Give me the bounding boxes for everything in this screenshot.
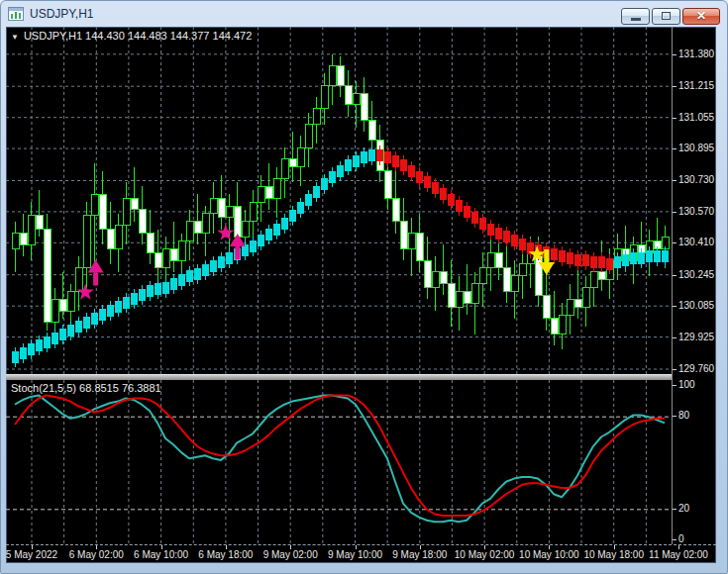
price-axis-tick <box>673 180 676 181</box>
stoch-axis-tick <box>673 416 676 417</box>
chart-dropdown-icon[interactable]: ▼ <box>11 33 19 42</box>
time-axis-tick <box>32 545 33 549</box>
chart-window-icon <box>8 7 24 21</box>
time-axis-tick <box>678 545 679 549</box>
price-axis-tick <box>673 275 676 276</box>
chart-client-area: ▼USDJPY,H1 144.430 144.483 144.377 144.4… <box>6 27 716 563</box>
main-chart-pane[interactable] <box>6 27 672 374</box>
stoch-axis-label: 100 <box>678 379 695 390</box>
title-bar[interactable]: USDJPY,H1 ✕ <box>1 1 727 27</box>
time-axis-tick <box>549 545 550 549</box>
time-axis-tick <box>356 545 357 549</box>
price-axis-tick <box>673 86 676 87</box>
price-axis-tick <box>673 212 676 213</box>
price-axis-label: 129.760 <box>678 363 714 374</box>
restore-icon <box>662 12 671 20</box>
chart-window: USDJPY,H1 ✕ ▼USDJPY,H1 144.430 144.483 1… <box>0 0 728 574</box>
price-axis-tick <box>673 148 676 149</box>
time-axis-tick <box>484 545 485 549</box>
price-axis[interactable]: 131.380131.215131.055130.895130.730130.5… <box>672 27 716 544</box>
stochastic-svg <box>6 380 672 544</box>
time-axis-tick <box>161 545 162 549</box>
price-axis-label: 130.570 <box>678 206 714 217</box>
price-axis-tick <box>673 118 676 119</box>
price-axis-label: 131.380 <box>678 48 714 59</box>
minimize-button[interactable] <box>621 8 650 25</box>
price-axis-label: 130.245 <box>678 269 714 280</box>
time-axis-tick <box>226 545 227 549</box>
minimize-icon <box>631 18 641 21</box>
stoch-axis-tick <box>673 385 676 386</box>
price-axis-label: 129.925 <box>678 332 714 342</box>
chart-ohlc-text: USDJPY,H1 144.430 144.483 144.377 144.47… <box>24 30 252 42</box>
stoch-axis-label: 0 <box>678 533 684 544</box>
price-axis-label: 131.055 <box>678 112 714 123</box>
price-axis-tick <box>673 337 676 338</box>
time-axis-tick <box>420 545 421 549</box>
window-title: USDJPY,H1 <box>30 7 93 21</box>
stochastic-pane[interactable] <box>6 380 672 544</box>
price-axis-label: 131.215 <box>678 80 714 91</box>
main-chart-svg <box>6 27 672 374</box>
time-axis-tick <box>96 545 97 549</box>
time-axis-tick <box>614 545 615 549</box>
price-axis-tick <box>673 369 676 370</box>
stoch-axis-label: 80 <box>678 410 689 421</box>
stochastic-label: Stoch(21,5,5) 68.8515 76.3881 <box>11 382 161 394</box>
price-axis-label: 130.410 <box>678 237 714 247</box>
price-axis-label: 130.730 <box>678 174 714 185</box>
time-axis[interactable]: 5 May 20226 May 02:006 May 10:006 May 18… <box>6 544 716 563</box>
price-axis-label: 130.895 <box>678 143 714 153</box>
stoch-axis-tick <box>673 539 676 540</box>
stoch-axis-tick <box>673 509 676 510</box>
chart-ohlc-label: ▼USDJPY,H1 144.430 144.483 144.377 144.4… <box>11 30 252 42</box>
price-axis-label: 130.085 <box>678 300 714 311</box>
stoch-axis-label: 20 <box>678 503 689 514</box>
price-axis-tick <box>673 54 676 55</box>
close-icon: ✕ <box>696 10 706 22</box>
close-button[interactable]: ✕ <box>682 8 720 25</box>
time-axis-tick <box>290 545 291 549</box>
price-axis-tick <box>673 242 676 243</box>
time-axis-label: 11 May 02:00 <box>637 549 720 560</box>
restore-button[interactable] <box>652 8 680 25</box>
price-axis-tick <box>673 306 676 307</box>
